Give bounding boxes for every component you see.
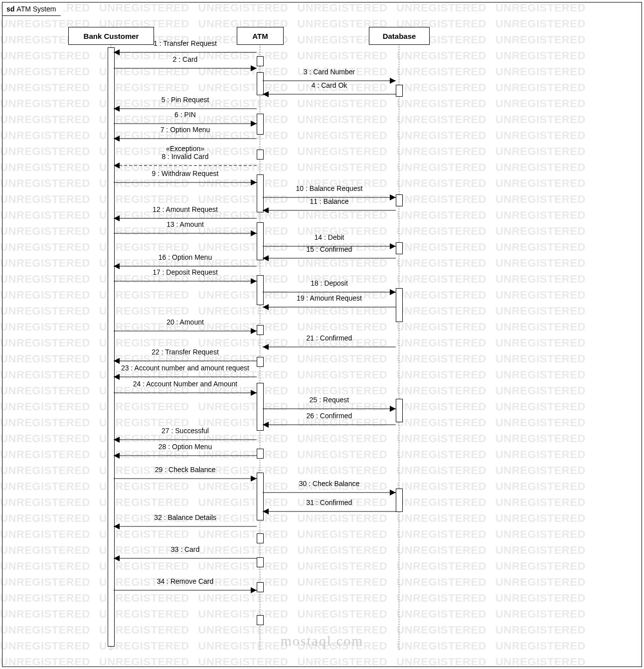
svg-marker-25	[251, 230, 257, 236]
message-31: 31 : Confirmed	[263, 507, 396, 515]
message-2: 2 : Card	[114, 64, 257, 72]
svg-marker-49	[390, 406, 396, 412]
lifeline-db: Database	[369, 27, 430, 45]
message-label: 5 : Pin Request	[114, 96, 257, 104]
activation	[257, 357, 264, 367]
svg-marker-15	[114, 163, 120, 168]
svg-marker-43	[114, 358, 120, 364]
message-32: 32 : Balance Details	[114, 522, 257, 530]
svg-marker-65	[114, 555, 120, 561]
svg-marker-47	[251, 390, 257, 396]
message-9: 9 : Withdraw Request	[114, 178, 257, 186]
svg-marker-29	[263, 255, 269, 261]
message-11: 11 : Balance	[263, 206, 396, 214]
message-label: 13 : Amount	[114, 220, 257, 228]
message-label: 16 : Option Menu	[114, 253, 257, 261]
message-label: 21 : Confirmed	[263, 334, 396, 342]
activation	[257, 582, 264, 592]
message-13: 13 : Amount	[114, 229, 257, 237]
activation	[257, 325, 264, 335]
message-label: 28 : Option Menu	[114, 443, 257, 451]
svg-marker-3	[251, 65, 257, 71]
message-label: 24 : Account Number and Amount	[114, 380, 257, 388]
message-label: 11 : Balance	[263, 197, 396, 205]
message-label: 6 : PIN	[114, 111, 257, 119]
message-label: 12 : Amount Request	[114, 205, 257, 213]
message-stereotype: «Exception»	[114, 145, 257, 153]
svg-marker-61	[263, 508, 269, 514]
activation	[396, 399, 403, 422]
svg-marker-37	[263, 304, 269, 310]
message-label: 2 : Card	[114, 55, 257, 63]
message-24: 24 : Account Number and Amount	[114, 389, 257, 397]
message-label: 17 : Deposit Request	[114, 268, 257, 276]
message-label: 23 : Account number and amount request	[114, 364, 257, 372]
message-label: 30 : Check Balance	[263, 480, 396, 488]
message-label: 34 : Remove Card	[114, 577, 257, 585]
message-28: 28 : Option Menu	[114, 452, 257, 460]
message-19: 19 : Amount Request	[263, 303, 396, 311]
message-label: 33 : Card	[114, 545, 257, 553]
lifeline-line-db	[399, 44, 399, 650]
svg-marker-41	[263, 344, 269, 350]
activation	[257, 150, 264, 160]
svg-marker-21	[263, 207, 269, 213]
message-15: 15 : Confirmed	[263, 254, 396, 262]
svg-marker-51	[263, 422, 269, 428]
message-label: 15 : Confirmed	[263, 245, 396, 253]
activation	[396, 194, 403, 206]
activation	[396, 85, 403, 97]
activation	[257, 533, 264, 543]
svg-marker-7	[263, 91, 269, 97]
message-label: 22 : Transfer Request	[114, 348, 257, 356]
svg-marker-55	[114, 453, 120, 459]
svg-marker-39	[251, 328, 257, 334]
message-label: 18 : Deposit	[263, 279, 396, 287]
svg-marker-59	[390, 490, 396, 496]
frame-prefix: sd	[6, 5, 14, 13]
svg-marker-45	[114, 374, 120, 380]
message-label: 20 : Amount	[114, 318, 257, 326]
svg-marker-13	[114, 136, 120, 142]
activation	[257, 449, 264, 459]
message-label: 32 : Balance Details	[114, 513, 257, 521]
message-4: 4 : Card Ok	[263, 90, 396, 98]
svg-marker-67	[251, 587, 257, 593]
frame-title-tab: sd ATM System	[2, 2, 68, 16]
activation	[257, 615, 264, 625]
message-label: 14 : Debit	[263, 233, 396, 241]
svg-marker-17	[251, 179, 257, 185]
activation	[396, 489, 403, 512]
message-label: 27 : Successful	[114, 427, 257, 435]
message-17: 17 : Deposit Request	[114, 277, 257, 285]
message-26: 26 : Confirmed	[263, 421, 396, 429]
frame-title: ATM System	[16, 5, 56, 13]
message-20: 20 : Amount	[114, 327, 257, 335]
svg-marker-57	[251, 476, 257, 482]
message-7: 7 : Option Menu	[114, 135, 257, 143]
activation	[396, 242, 403, 254]
message-8: «Exception»8 : Invalid Card	[114, 162, 257, 169]
message-label: 7 : Option Menu	[114, 126, 257, 134]
sequence-diagram-canvas: UNREGISTEREDUNREGISTEREDUNREGISTEREDUNRE…	[0, 0, 644, 669]
message-29: 29 : Check Balance	[114, 475, 257, 483]
message-label: 25 : Request	[263, 396, 396, 404]
message-label: 29 : Check Balance	[114, 466, 257, 474]
message-34: 34 : Remove Card	[114, 586, 257, 594]
svg-marker-33	[251, 278, 257, 284]
message-label: 1 : Transfer Request	[114, 39, 257, 47]
message-label: 3 : Card Number	[263, 68, 396, 76]
activation	[396, 288, 403, 322]
message-label: 4 : Card Ok	[263, 81, 396, 89]
message-label: 9 : Withdraw Request	[114, 169, 257, 177]
activation	[257, 114, 264, 135]
message-label: 8 : Invalid Card	[114, 153, 257, 161]
activation	[257, 557, 264, 567]
message-label: 19 : Amount Request	[263, 294, 396, 302]
message-33: 33 : Card	[114, 554, 257, 562]
activation	[257, 56, 264, 66]
message-label: 26 : Confirmed	[263, 412, 396, 420]
message-21: 21 : Confirmed	[263, 343, 396, 351]
svg-marker-1	[114, 49, 120, 55]
message-label: 31 : Confirmed	[263, 499, 396, 506]
